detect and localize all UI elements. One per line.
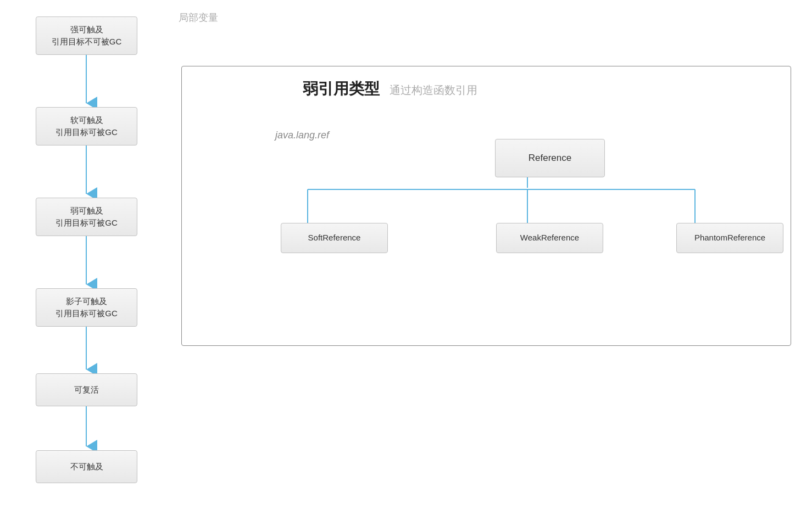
- box-unreachable: 不可触及: [36, 450, 137, 483]
- title-row: 弱引用类型 通过构造函数引用: [303, 79, 477, 99]
- box-reference: Reference: [495, 139, 605, 177]
- box-weak: 弱可触及 引用目标可被GC: [36, 198, 137, 236]
- local-variable-label: 局部变量: [179, 11, 218, 24]
- diagram-container: 局部变量 强可触及 引用目标不可被GC 软可触及 引用目标可被GC 弱可触及 引…: [0, 0, 812, 515]
- box-phantom-reference: PhantomReference: [676, 223, 783, 253]
- box-soft-reference: SoftReference: [281, 223, 388, 253]
- box-soft: 软可触及 引用目标可被GC: [36, 107, 137, 145]
- java-lang-ref-label: java.lang.ref: [275, 130, 329, 141]
- section-subtitle: 通过构造函数引用: [390, 83, 477, 98]
- right-section-container: 弱引用类型 通过构造函数引用 java.lang.ref Reference S…: [181, 66, 791, 346]
- section-title: 弱引用类型: [303, 79, 380, 99]
- box-weak-reference: WeakReference: [496, 223, 603, 253]
- box-phantom: 影子可触及 引用目标可被GC: [36, 288, 137, 327]
- box-strong: 强可触及 引用目标不可被GC: [36, 16, 137, 55]
- box-revivable: 可复活: [36, 373, 137, 406]
